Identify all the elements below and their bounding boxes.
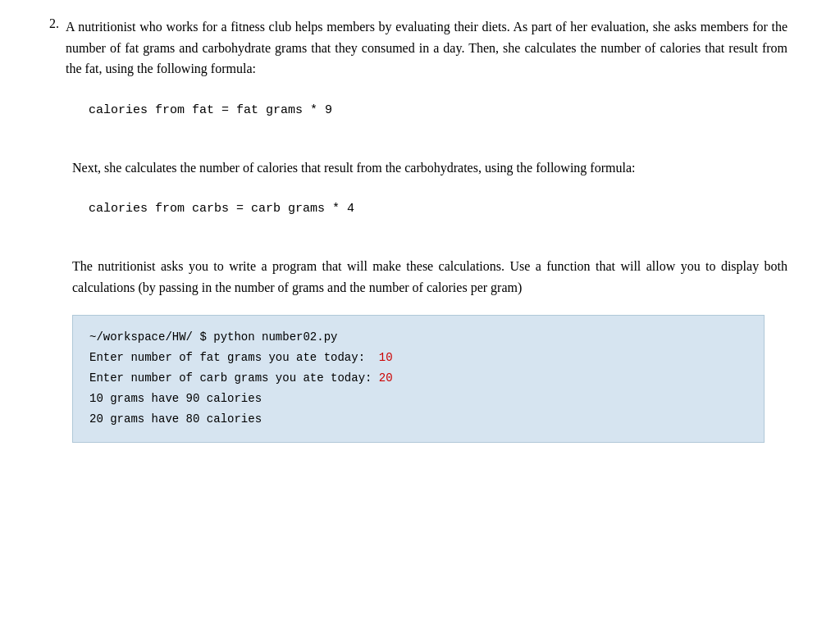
terminal-line1: Enter number of fat grams you ate today:…	[89, 348, 747, 368]
terminal-line3: 10 grams have 90 calories	[89, 389, 747, 409]
terminal-block: ~/workspace/HW/ $ python number02.py Ent…	[72, 315, 765, 443]
question-number: 2.	[49, 16, 59, 80]
formula-fat-block: calories from fat = fat grams * 9	[89, 99, 788, 121]
formula-carbs: calories from carbs = carb grams * 4	[89, 202, 354, 216]
formula-carbs-block: calories from carbs = carb grams * 4	[89, 198, 788, 220]
terminal-line2-value: 20	[379, 371, 393, 385]
spacer2	[49, 239, 788, 256]
question-paragraph3: The nutritionist asks you to write a pro…	[72, 256, 788, 298]
formula-fat: calories from fat = fat grams * 9	[89, 103, 332, 117]
terminal-line1-value: 10	[379, 351, 393, 364]
spacer1	[49, 141, 788, 157]
question-paragraph2: Next, she calculates the number of calor…	[72, 157, 788, 179]
terminal-line2-prefix: Enter number of carb grams you ate today…	[89, 371, 379, 385]
terminal-line4: 20 grams have 80 calories	[89, 409, 747, 430]
question-paragraph1: A nutritionist who works for a fitness c…	[66, 16, 788, 80]
question-block: 2. A nutritionist who works for a fitnes…	[49, 16, 788, 80]
terminal-line2: Enter number of carb grams you ate today…	[89, 368, 747, 389]
page-content: 2. A nutritionist who works for a fitnes…	[49, 16, 788, 443]
terminal-prompt: ~/workspace/HW/ $ python number02.py	[89, 327, 747, 348]
terminal-line1-prefix: Enter number of fat grams you ate today:	[89, 351, 379, 364]
